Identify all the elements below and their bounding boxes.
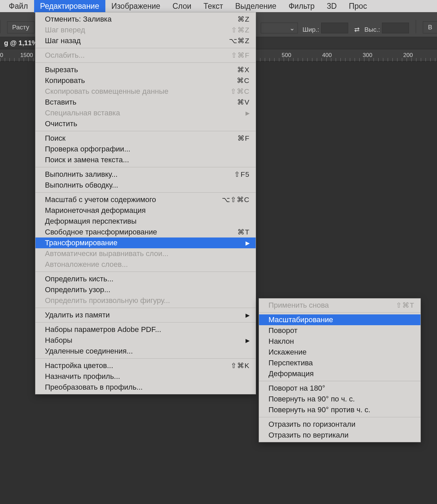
menu-item-label: Перспектива — [268, 359, 414, 367]
menu-item-label: Скопировать совмещенные данные — [45, 87, 220, 96]
edit-menu-item[interactable]: Трансформирование▶ — [35, 237, 256, 248]
menu-item-label: Масштаб с учетом содержимого — [45, 195, 212, 204]
menu-shortcut: ⌥⌘Z — [229, 37, 250, 45]
menu-item-label: Автоматически выравнивать слои... — [45, 249, 250, 258]
submenu-arrow-icon: ▶ — [246, 110, 250, 116]
edit-menu-item[interactable]: Определить кисть... — [35, 274, 256, 284]
menu-item-label: Назначить профиль... — [45, 372, 250, 381]
edit-menu-item: Скопировать совмещенные данные⇧⌘C — [35, 86, 256, 97]
edit-menu-item[interactable]: Вырезать⌘X — [35, 64, 256, 75]
menu-layers[interactable]: Слои — [166, 0, 198, 13]
menu-item-label: Деформация — [268, 369, 414, 378]
transform-menu-item[interactable]: Отразить по вертикали — [259, 430, 420, 441]
document-tab[interactable]: g @ 1,11% — [4, 39, 38, 47]
menu-item-label: Удаленные соединения... — [45, 347, 250, 356]
edit-menu-item[interactable]: Поиск⌘F — [35, 133, 256, 144]
transform-menu-item[interactable]: Отразить по горизонтали — [259, 419, 420, 430]
menu-item-label: Повернуть на 90° против ч. с. — [268, 405, 414, 414]
toolbar-select[interactable]: ⌄ — [261, 23, 298, 33]
menu-item-label: Настройка цветов... — [45, 361, 221, 370]
edit-menu-item[interactable]: Копировать⌘C — [35, 75, 256, 86]
menu-shortcut: ⇧⌘F — [231, 51, 250, 59]
menu-item-label: Очистить — [45, 119, 250, 128]
toolbar-divider — [416, 20, 416, 33]
edit-menu-item[interactable]: Шаг назад⌥⌘Z — [35, 35, 256, 46]
menu-filter[interactable]: Фильтр — [282, 0, 320, 13]
menu-item-label: Проверка орфографии... — [45, 145, 250, 153]
edit-menu-item: Автоматически выравнивать слои... — [35, 248, 256, 259]
transform-menu-item[interactable]: Поворот — [259, 325, 420, 336]
ruler-tick: 400 — [322, 52, 363, 59]
edit-menu-item[interactable]: Вставить⌘V — [35, 97, 256, 108]
toolbar-right-button[interactable]: В — [423, 21, 437, 33]
edit-menu-item[interactable]: Определить узор... — [35, 284, 256, 295]
menu-item-label: Деформация перспективы — [45, 217, 250, 226]
edit-menu-item[interactable]: Очистить — [35, 118, 256, 129]
menu-shortcut: ⌘F — [237, 134, 250, 142]
transform-menu-item[interactable]: Повернуть на 90° по ч. с. — [259, 394, 420, 404]
edit-menu-item[interactable]: Назначить профиль... — [35, 371, 256, 382]
edit-menu-item[interactable]: Масштаб с учетом содержимого⌥⇧⌘C — [35, 194, 256, 205]
menu-separator — [35, 48, 256, 48]
transform-menu-item[interactable]: Деформация — [259, 368, 420, 379]
swap-icon[interactable]: ⇄ — [354, 26, 360, 33]
menu-separator — [259, 312, 420, 313]
menu-file[interactable]: Файл — [3, 0, 34, 13]
menu-item-label: Наборы — [45, 336, 242, 345]
edit-menu-item[interactable]: Удалить из памяти▶ — [35, 310, 256, 320]
transform-menu-item[interactable]: Масштабирование — [259, 314, 420, 325]
edit-menu-item: Специальная вставка▶ — [35, 108, 256, 118]
menu-shortcut: ⌘T — [237, 228, 250, 236]
edit-menu-item[interactable]: Марионеточная деформация — [35, 205, 256, 216]
transform-menu-item[interactable]: Поворот на 180° — [259, 383, 420, 394]
edit-menu-item[interactable]: Преобразовать в профиль... — [35, 382, 256, 393]
transform-menu-item: Применить снова⇧⌘T — [259, 300, 420, 311]
menu-edit[interactable]: Редактирование — [34, 0, 105, 13]
menu-shortcut: ⌘X — [237, 66, 250, 74]
menu-separator — [35, 62, 256, 63]
edit-menu-item[interactable]: Поиск и замена текста... — [35, 155, 256, 165]
menu-separator — [35, 358, 256, 359]
menu-item-label: Копировать — [45, 76, 227, 85]
width-input[interactable] — [321, 23, 348, 33]
edit-menu-item[interactable]: Выполнить заливку...⇧F5 — [35, 169, 256, 180]
toolbar-divider — [0, 20, 0, 33]
height-input[interactable] — [382, 23, 409, 33]
menu-item-label: Поиск и замена текста... — [45, 156, 250, 164]
edit-menu-item: Автоналожение слоев... — [35, 259, 256, 270]
menu-item-label: Шаг назад — [45, 36, 219, 45]
menu-select[interactable]: Выделение — [229, 0, 283, 13]
edit-menu-item[interactable]: Удаленные соединения... — [35, 346, 256, 357]
menu-shortcut: ⌘Z — [237, 15, 250, 23]
menu-separator — [35, 272, 256, 272]
menu-separator — [35, 308, 256, 308]
submenu-arrow-icon: ▶ — [246, 312, 250, 318]
menu-image[interactable]: Изображение — [105, 0, 166, 13]
ruler-tick: 300 — [363, 52, 403, 59]
edit-menu-item: Ослабить...⇧⌘F — [35, 50, 256, 61]
transform-menu-item[interactable]: Искажение — [259, 347, 420, 358]
ruler-tick: 500 — [282, 52, 322, 59]
feather-button[interactable]: Расту — [7, 21, 34, 33]
edit-menu-item[interactable]: Наборы▶ — [35, 335, 256, 346]
menu-view[interactable]: Прос — [343, 0, 373, 13]
edit-menu-item[interactable]: Свободное трансформирование⌘T — [35, 227, 256, 237]
menu-text[interactable]: Текст — [198, 0, 229, 13]
menu-3d[interactable]: 3D — [321, 0, 343, 13]
height-label: Выс.: — [364, 26, 380, 33]
edit-menu-item[interactable]: Наборы параметров Adobe PDF... — [35, 324, 256, 335]
menu-shortcut: ⌥⇧⌘C — [222, 196, 250, 204]
transform-menu-item[interactable]: Наклон — [259, 336, 420, 347]
edit-menu-item[interactable]: Проверка орфографии... — [35, 144, 256, 155]
edit-menu-item[interactable]: Настройка цветов...⇧⌘K — [35, 360, 256, 371]
edit-menu-item: Шаг вперед⇧⌘Z — [35, 25, 256, 35]
edit-menu-item[interactable]: Отменить: Заливка⌘Z — [35, 14, 256, 25]
transform-menu-item[interactable]: Повернуть на 90° против ч. с. — [259, 404, 420, 415]
transform-menu-item[interactable]: Перспектива — [259, 358, 420, 368]
menu-item-label: Поворот на 180° — [268, 384, 414, 393]
menu-item-label: Определить узор... — [45, 285, 250, 294]
menu-separator — [35, 322, 256, 323]
menu-separator — [35, 131, 256, 131]
edit-menu-item[interactable]: Выполнить обводку... — [35, 180, 256, 191]
edit-menu-item[interactable]: Деформация перспективы — [35, 216, 256, 227]
